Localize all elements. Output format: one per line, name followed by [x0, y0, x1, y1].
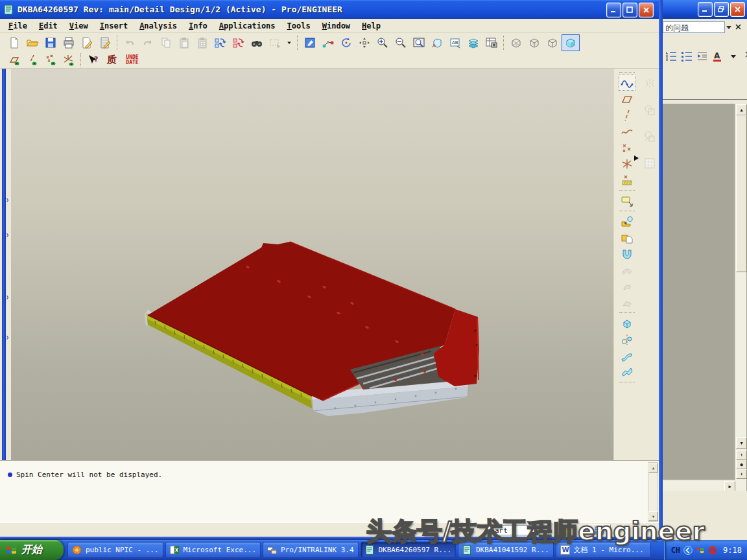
zoom-in-icon[interactable]: [374, 34, 392, 51]
mirror-gray-icon[interactable]: [641, 75, 658, 91]
regenerate-set-icon[interactable]: [230, 34, 248, 51]
message-scrollbar[interactable]: ▲ ▼: [648, 462, 658, 522]
unde-date-button[interactable]: UNDE DATE: [121, 52, 144, 69]
datum-point-icon[interactable]: [42, 52, 60, 69]
toolbar-overflow-icon[interactable]: [742, 48, 747, 65]
menu-analysis[interactable]: Analysis: [134, 20, 183, 32]
copy-icon[interactable]: [157, 34, 175, 51]
scrollbar-thumb[interactable]: [736, 115, 747, 272]
close-icon[interactable]: [735, 23, 742, 30]
spin-center-icon[interactable]: [319, 34, 337, 51]
style-spline-icon[interactable]: [619, 75, 635, 91]
zoom-out-icon[interactable]: [392, 34, 410, 51]
task-button[interactable]: DKBA41041592 R...: [458, 542, 554, 558]
context-help-icon[interactable]: ?: [84, 52, 102, 69]
menu-help[interactable]: Help: [356, 20, 386, 32]
grid-gray-icon[interactable]: [641, 155, 658, 171]
find-icon[interactable]: [248, 34, 266, 51]
shaded-icon[interactable]: [562, 34, 580, 51]
redo-icon[interactable]: [139, 34, 157, 51]
revolve-icon[interactable]: [619, 331, 635, 347]
assemble-component-icon[interactable]: [619, 213, 635, 229]
sash-expand-icon[interactable]: ❯: [6, 232, 9, 238]
task-button[interactable]: public NPIC - ...: [67, 542, 163, 558]
extrude-icon[interactable]: [619, 315, 635, 331]
no-hidden-icon[interactable]: [543, 34, 562, 51]
minimize-button[interactable]: [606, 3, 621, 18]
filter-grid-icon[interactable]: [589, 524, 611, 537]
scroll-up-icon[interactable]: ▲: [648, 463, 658, 472]
language-expand-icon[interactable]: [683, 544, 694, 555]
start-button[interactable]: 开始: [0, 540, 64, 560]
ask-question-input[interactable]: 的问题: [663, 21, 725, 33]
hatch-point-icon[interactable]: [619, 172, 635, 188]
saved-views-icon[interactable]: [428, 34, 446, 51]
slot-icon[interactable]: [619, 246, 635, 262]
selection-filter-input[interactable]: art: [492, 525, 549, 535]
menu-edit[interactable]: Edit: [33, 20, 64, 32]
print-icon[interactable]: [60, 34, 78, 51]
save-icon[interactable]: [42, 34, 60, 51]
3d-viewport[interactable]: [11, 69, 613, 460]
task-button[interactable]: Pro/INTRALINK 3.4: [263, 542, 359, 558]
new-icon[interactable]: [5, 34, 23, 51]
antivirus-icon[interactable]: [707, 544, 718, 555]
maximize-button[interactable]: [622, 3, 637, 18]
task-button[interactable]: DKBA64260597 R...: [361, 542, 456, 558]
note-icon[interactable]: [619, 192, 635, 209]
menu-insert[interactable]: Insert: [94, 20, 134, 32]
browse-select-icon[interactable]: ●: [736, 460, 747, 469]
pan-zoom-icon[interactable]: [355, 34, 374, 51]
scroll-down-icon[interactable]: ▼: [648, 511, 658, 521]
wireframe-icon[interactable]: [507, 34, 525, 51]
layers-icon[interactable]: [464, 34, 482, 51]
word-restore-button[interactable]: [714, 2, 729, 17]
regenerate-icon[interactable]: [211, 34, 230, 51]
datum-axis-icon[interactable]: [23, 52, 42, 69]
refit-icon[interactable]: [410, 34, 428, 51]
paste-icon[interactable]: [175, 34, 193, 51]
word-horizontal-scrollbar[interactable]: ▶: [663, 480, 735, 491]
open-icon[interactable]: [23, 34, 42, 51]
view-manager-icon[interactable]: [482, 34, 501, 51]
quality-button[interactable]: 质: [102, 52, 121, 69]
sash-expand-icon[interactable]: ❯: [6, 294, 9, 300]
flyout-arrow-icon[interactable]: [632, 154, 640, 162]
font-color-icon[interactable]: A: [711, 48, 725, 65]
windows-flag-icon[interactable]: [695, 544, 706, 555]
named-views-icon[interactable]: AB: [446, 34, 464, 51]
dropdown-arrow-icon[interactable]: [726, 48, 741, 65]
datum-points-icon[interactable]: [619, 139, 635, 156]
menu-applications[interactable]: Applications: [213, 20, 281, 32]
hidden-line-icon[interactable]: [525, 34, 543, 51]
menu-file[interactable]: File: [3, 20, 33, 32]
indent-icon[interactable]: [695, 48, 709, 65]
menu-window[interactable]: Window: [316, 20, 356, 32]
select-box-icon[interactable]: [266, 34, 284, 51]
scroll-up-icon[interactable]: ▲: [736, 104, 747, 115]
centerline-icon[interactable]: [619, 107, 635, 123]
offset-edge-gray-icon[interactable]: [641, 128, 658, 145]
sweep-icon[interactable]: [619, 347, 635, 364]
ime-indicator[interactable]: CH: [671, 546, 680, 555]
create-component-icon[interactable]: [619, 229, 635, 246]
swept-blend-gray-icon[interactable]: [619, 262, 635, 278]
sketch-rectangle-icon[interactable]: [619, 91, 635, 107]
word-minimize-button[interactable]: [698, 2, 713, 17]
clock[interactable]: 9:18: [723, 546, 742, 555]
scroll-down-icon[interactable]: ▼: [736, 438, 747, 449]
task-button[interactable]: W文档 1 - Micro...: [556, 542, 652, 558]
menu-view[interactable]: View: [64, 20, 94, 32]
proe-window-border[interactable]: [659, 0, 663, 540]
chevron-down-icon[interactable]: [726, 25, 732, 30]
word-close-button[interactable]: [730, 2, 745, 17]
bullet-list-icon[interactable]: [680, 48, 694, 65]
sash-expand-icon[interactable]: ❯: [6, 334, 9, 340]
orient-icon[interactable]: [337, 34, 355, 51]
menu-tools[interactable]: Tools: [281, 20, 316, 32]
browse-previous-icon[interactable]: ⬆: [736, 450, 747, 460]
blend-path-gray-icon[interactable]: [619, 294, 635, 310]
sash-expand-icon[interactable]: ❯: [6, 197, 9, 203]
edit-sketch-icon[interactable]: [96, 34, 114, 51]
blend-section-gray-icon[interactable]: [619, 278, 635, 294]
